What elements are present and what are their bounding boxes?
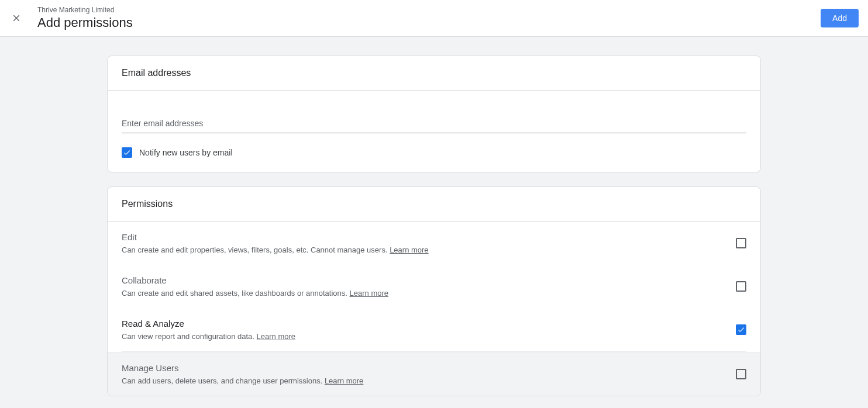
permission-desc: Can view report and configuration data. …: [122, 332, 736, 341]
content-area: Email addresses Notify new users by emai…: [98, 37, 770, 408]
permissions-section-title: Permissions: [108, 187, 760, 222]
notify-label: Notify new users by email: [139, 148, 233, 157]
org-name: Thrive Marketing Limited: [37, 6, 821, 14]
permission-info: Collaborate Can create and edit shared a…: [122, 275, 736, 298]
permission-checkbox-manage-users[interactable]: [736, 369, 746, 379]
notify-row: Notify new users by email: [122, 147, 746, 158]
permission-desc: Can create and edit shared assets, like …: [122, 289, 736, 298]
learn-more-link[interactable]: Learn more: [390, 246, 428, 254]
notify-checkbox[interactable]: [122, 147, 132, 158]
permission-desc: Can add users, delete users, and change …: [122, 376, 736, 385]
email-input[interactable]: [122, 114, 746, 133]
permission-row-edit: Edit Can create and edit properties, vie…: [108, 222, 760, 265]
permission-checkbox-edit[interactable]: [736, 238, 746, 248]
email-card: Email addresses Notify new users by emai…: [107, 56, 761, 172]
dialog-header: Thrive Marketing Limited Add permissions…: [0, 0, 868, 37]
permission-row-collaborate: Collaborate Can create and edit shared a…: [108, 265, 760, 308]
permissions-list: Edit Can create and edit properties, vie…: [108, 222, 760, 396]
permission-title: Read & Analyze: [122, 319, 736, 329]
permission-row-read-analyze: Read & Analyze Can view report and confi…: [108, 308, 760, 351]
permission-info: Read & Analyze Can view report and confi…: [122, 319, 736, 341]
email-section-title: Email addresses: [108, 56, 760, 91]
close-button[interactable]: [9, 11, 23, 25]
learn-more-link[interactable]: Learn more: [350, 289, 388, 298]
permission-info: Manage Users Can add users, delete users…: [122, 363, 736, 385]
permission-title: Collaborate: [122, 275, 736, 285]
permission-checkbox-read-analyze[interactable]: [736, 324, 746, 335]
permission-title: Edit: [122, 232, 736, 242]
close-icon: [11, 13, 22, 23]
permission-title: Manage Users: [122, 363, 736, 373]
learn-more-link[interactable]: Learn more: [325, 376, 363, 385]
permission-desc: Can create and edit properties, views, f…: [122, 246, 736, 254]
permissions-card: Permissions Edit Can create and edit pro…: [107, 186, 761, 396]
learn-more-link[interactable]: Learn more: [257, 332, 295, 341]
permission-row-manage-users: Manage Users Can add users, delete users…: [108, 352, 760, 396]
permission-info: Edit Can create and edit properties, vie…: [122, 232, 736, 254]
header-text: Thrive Marketing Limited Add permissions: [37, 6, 821, 30]
check-icon: [123, 148, 131, 157]
email-card-body: Notify new users by email: [108, 91, 760, 172]
permission-checkbox-collaborate[interactable]: [736, 281, 746, 292]
add-button[interactable]: Add: [821, 9, 859, 27]
check-icon: [737, 326, 745, 334]
page-title: Add permissions: [37, 15, 821, 30]
